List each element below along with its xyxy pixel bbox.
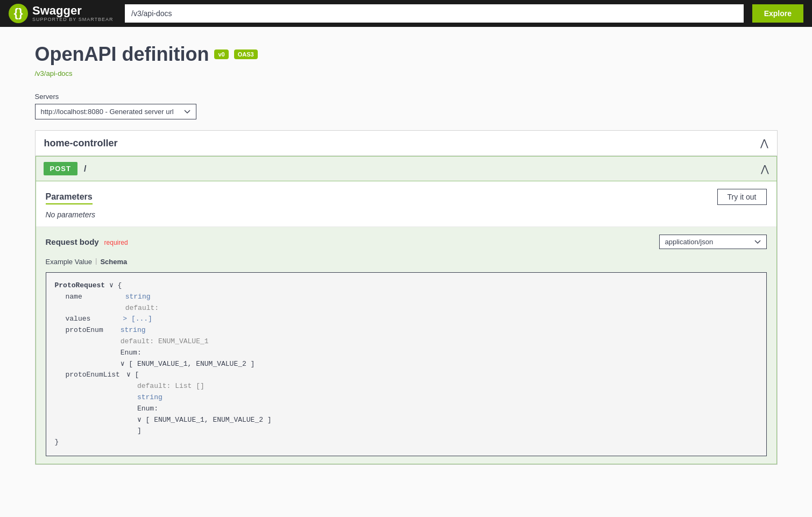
field-key-name: name [66, 292, 82, 314]
protoenum-type: string [121, 326, 146, 334]
schema-close-brace: } [55, 437, 758, 448]
content-type-select[interactable]: application/json [659, 235, 767, 249]
schema-field-name: name string default: [66, 292, 758, 314]
schema-box: ProtoRequest ∨ { name string default: [46, 272, 767, 456]
protoenumlist-inner-type: string [137, 393, 163, 401]
field-name-default: default: [125, 304, 159, 312]
protoenum-toggle-icon[interactable]: ∨ [121, 360, 125, 368]
protoenumlist-enum-values-row: ∨ [ ENUM_VALUE_1, ENUM_VALUE_2 ] [137, 415, 272, 426]
protoenum-enum-values: [ ENUM_VALUE_1, ENUM_VALUE_2 ] [129, 360, 255, 368]
try-it-out-button[interactable]: Try it out [717, 189, 767, 205]
required-label: required [104, 239, 128, 246]
endpoint-body: Parameters Try it out No parameters Requ… [36, 181, 776, 464]
controller-header[interactable]: home-controller ⋀ [36, 131, 777, 156]
example-value-tab[interactable]: Example Value [46, 257, 92, 267]
method-badge: POST [44, 162, 77, 175]
explore-button[interactable]: Explore [752, 4, 803, 23]
endpoint-chevron-icon: ⋀ [761, 163, 769, 175]
endpoint: POST / ⋀ Parameters Try it out No parame… [36, 156, 777, 464]
params-title: Parameters [46, 192, 93, 204]
field-key-protoenum: protoEnum [66, 325, 103, 336]
schema-toggle-icon[interactable]: ∨ [109, 281, 118, 289]
request-body-header: Request body required application/json [46, 235, 767, 249]
field-key-values: values [66, 314, 91, 325]
schema-tabs: Example Value | Schema [46, 257, 767, 267]
swagger-logo-icon: {} [9, 4, 28, 23]
logo-sub: supported by SMARTBEAR [32, 17, 114, 22]
params-header: Parameters Try it out [46, 189, 767, 205]
schema-close-brace-char: } [55, 438, 59, 446]
protoenum-enum-label: Enum: [121, 349, 142, 357]
schema-type-name: ProtoRequest [55, 281, 105, 289]
request-body-title-area: Request body required [46, 237, 128, 246]
protoenumlist-default-list: default: List [] [137, 382, 204, 390]
schema-open-brace: { [118, 281, 122, 289]
controller-chevron-icon: ⋀ [760, 137, 768, 149]
schema-field-protoenumlist: protoEnumList ∨ [ default: List [] strin… [66, 370, 758, 437]
title-area: OpenAPI definition v0 OAS3 [35, 43, 778, 66]
protoenum-default: default: ENUM_VALUE_1 [121, 337, 209, 345]
field-name-type: string [125, 293, 151, 301]
protoenumlist-close-bracket: ] [137, 426, 272, 437]
protoenumlist-inner-toggle-icon[interactable]: ∨ [137, 416, 142, 424]
controller-section: home-controller ⋀ POST / ⋀ Parameters [35, 130, 778, 465]
server-select[interactable]: http://localhost:8080 - Generated server… [35, 104, 196, 119]
api-docs-link[interactable]: /v3/api-docs [35, 69, 73, 77]
servers-section: Servers http://localhost:8080 - Generate… [35, 93, 778, 119]
header: {} Swagger supported by SMARTBEAR Explor… [0, 0, 812, 27]
protoenumlist-enum-label: Enum: [137, 405, 158, 413]
oas3-badge: OAS3 [234, 49, 258, 59]
params-title-wrapper: Parameters [46, 192, 93, 202]
field-protoenum-details: string default: ENUM_VALUE_1 Enum: ∨ [ E… [121, 325, 255, 370]
schema-field-protoenum: protoEnum string default: ENUM_VALUE_1 E… [66, 325, 758, 370]
parameters-section: Parameters Try it out No parameters [36, 181, 776, 227]
values-collapsed-icon[interactable]: > [...] [123, 315, 152, 323]
field-key-protoenumlist: protoEnumList [66, 370, 120, 381]
protoenum-enum-values-row: ∨ [ ENUM_VALUE_1, ENUM_VALUE_2 ] [121, 359, 255, 370]
field-values-details: > [...] [123, 314, 152, 325]
page-title: OpenAPI definition [35, 43, 209, 66]
request-body-title: Request body [46, 237, 99, 246]
logo-text-area: Swagger supported by SMARTBEAR [32, 5, 114, 22]
servers-label: Servers [35, 93, 778, 101]
version-badge: v0 [214, 49, 228, 59]
logo-area: {} Swagger supported by SMARTBEAR [9, 4, 116, 23]
protoenumlist-inner-row1: ∨ [ [126, 370, 272, 381]
main-content: OpenAPI definition v0 OAS3 /v3/api-docs … [13, 27, 799, 490]
no-params-text: No parameters [46, 210, 767, 219]
protoenumlist-inner-details: default: List [] string Enum: ∨ [ ENUM_V… [137, 381, 272, 437]
schema-field-values: values > [...] [66, 314, 758, 325]
field-name-details: string default: [125, 292, 159, 314]
endpoint-header[interactable]: POST / ⋀ [36, 157, 776, 181]
protoenumlist-toggle-icon[interactable]: ∨ [126, 371, 131, 379]
controller-name: home-controller [44, 138, 118, 149]
protoenumlist-enum-values: [ ENUM_VALUE_1, ENUM_VALUE_2 ] [146, 416, 272, 424]
tab-separator: | [95, 257, 97, 267]
protoenumlist-open-bracket: [ [135, 371, 139, 379]
svg-text:{}: {} [13, 6, 23, 19]
endpoint-path: / [84, 164, 86, 174]
schema-type-row: ProtoRequest ∨ { [55, 280, 758, 292]
field-protoenumlist-details: ∨ [ default: List [] string Enum: ∨ [126, 370, 272, 437]
logo-text: Swagger [32, 5, 114, 17]
request-body-section: Request body required application/json E… [36, 227, 776, 464]
url-input[interactable] [125, 4, 744, 23]
schema-tab[interactable]: Schema [100, 257, 127, 267]
endpoint-left: POST / [44, 162, 87, 175]
